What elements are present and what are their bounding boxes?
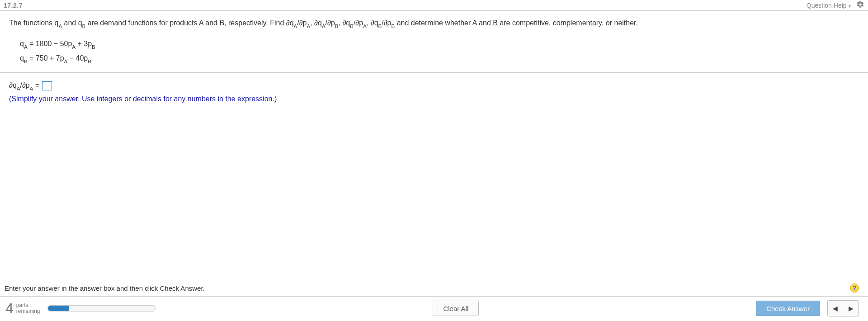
text: q: [20, 54, 24, 62]
progress-fill: [48, 306, 70, 311]
answer-input[interactable]: [42, 81, 52, 90]
text: = 1800 − 50p: [28, 40, 72, 47]
text: =: [33, 81, 39, 89]
subscript: B: [378, 24, 382, 29]
equations: qA = 1800 − 50pA + 3pB qB = 750 + 7pA − …: [0, 35, 868, 73]
text: /∂p: [326, 19, 335, 27]
text: ∂q: [9, 81, 17, 89]
text: , ∂q: [339, 19, 350, 27]
clear-all-button[interactable]: Clear All: [433, 301, 479, 316]
text: /∂p: [20, 81, 30, 89]
instruction-text: Enter your answer in the answer box and …: [5, 284, 205, 292]
progress-bar: [47, 305, 156, 312]
subscript: B: [350, 24, 354, 29]
subscript: A: [294, 24, 297, 29]
text: /∂p: [382, 19, 391, 27]
text: = 750 + 7p: [28, 54, 64, 62]
section-number: 17.2.7: [4, 2, 23, 9]
subscript: A: [363, 24, 367, 29]
text: The functions q: [9, 19, 58, 27]
text: q: [20, 40, 24, 47]
check-answer-button[interactable]: Check Answer: [756, 301, 820, 316]
subscript: B: [24, 59, 28, 64]
next-button[interactable]: ▶: [843, 301, 859, 316]
subscript: A: [322, 24, 326, 29]
subscript: A: [17, 86, 20, 91]
equation-qA: qA = 1800 − 50pA + 3pB: [20, 37, 859, 52]
subscript: B: [88, 59, 91, 64]
answer-area: ∂qA/∂pA = (Simplify your answer. Use int…: [0, 73, 868, 112]
help-icon[interactable]: ?: [850, 283, 859, 293]
text: + 3p: [75, 40, 92, 47]
subscript: B: [335, 24, 339, 29]
subscript: A: [58, 24, 62, 29]
text: /∂p: [354, 19, 363, 27]
top-bar: 17.2.7 Question Help: [0, 0, 868, 11]
parts-count: 4: [5, 301, 14, 316]
text: remaining: [16, 308, 40, 314]
text: and determine whether A and B are compet…: [395, 19, 638, 27]
subscript: B: [92, 44, 95, 50]
answer-hint: (Simplify your answer. Use integers or d…: [9, 93, 859, 106]
prev-button[interactable]: ◀: [828, 301, 843, 316]
text: and q: [62, 19, 82, 27]
subscript: A: [24, 44, 28, 50]
nav-buttons: ◀ ▶: [827, 300, 859, 316]
subscript: B: [82, 24, 86, 29]
question-help-dropdown[interactable]: Question Help: [807, 2, 852, 9]
equation-qB: qB = 750 + 7pA − 40pB: [20, 52, 859, 66]
content-area: The functions qA and qB are demand funct…: [0, 11, 868, 321]
subscript: B: [392, 24, 395, 29]
text: are demand functions for products A and …: [85, 19, 293, 27]
subscript: A: [72, 44, 75, 50]
answer-prompt: ∂qA/∂pA =: [9, 79, 859, 93]
text: , ∂q: [367, 19, 378, 27]
parts-remaining: 4 parts remaining: [5, 301, 40, 316]
text: − 40p: [67, 54, 88, 62]
problem-statement: The functions qA and qB are demand funct…: [0, 11, 868, 35]
subscript: A: [307, 24, 311, 29]
gear-icon[interactable]: [856, 0, 864, 10]
subscript: A: [64, 59, 68, 64]
subscript: A: [30, 86, 33, 91]
text: , ∂q: [310, 19, 322, 27]
text: /∂p: [297, 19, 307, 27]
footer-bar: 4 parts remaining Clear All Check Answer…: [0, 297, 868, 321]
